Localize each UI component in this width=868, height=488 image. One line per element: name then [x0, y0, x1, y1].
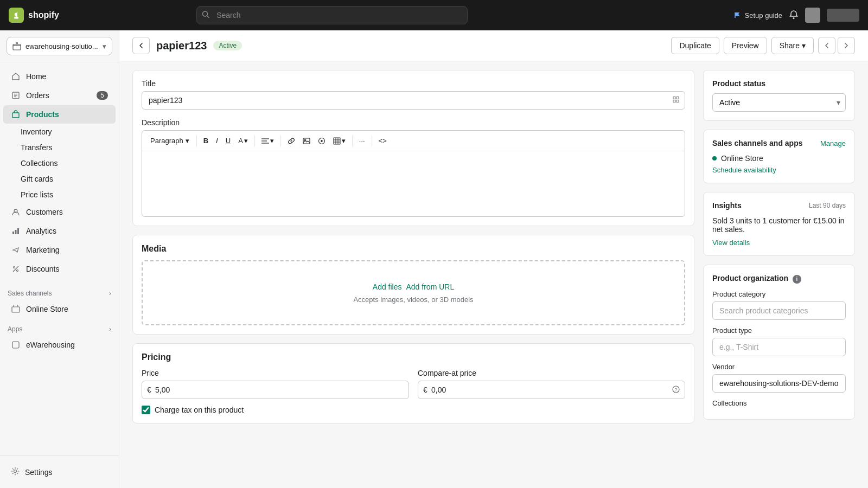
back-button[interactable]: [132, 37, 150, 54]
category-input[interactable]: [712, 301, 846, 320]
sidebar-item-online-store[interactable]: Online Store: [3, 300, 116, 318]
expand-icon: [672, 96, 680, 105]
link-icon: [288, 137, 295, 145]
sidebar-item-transfers[interactable]: Transfers: [21, 140, 116, 155]
shopify-logo: shopify: [9, 8, 59, 23]
discounts-label: Discounts: [26, 265, 59, 273]
svg-rect-11: [12, 113, 19, 118]
user-avatar[interactable]: [805, 8, 820, 23]
svg-rect-22: [673, 97, 675, 99]
app-icon: [11, 340, 21, 350]
svg-rect-29: [303, 138, 310, 144]
rte-table-button[interactable]: ▾: [330, 134, 349, 147]
rte-underline-button[interactable]: U: [222, 134, 234, 147]
sidebar-item-home[interactable]: Home: [3, 67, 116, 86]
share-chevron-icon: ▾: [802, 41, 806, 50]
product-org-card: Product organization i Product category …: [703, 265, 855, 420]
orders-label: Orders: [26, 91, 49, 100]
rte-align-button[interactable]: ▾: [258, 134, 277, 147]
add-from-url-link[interactable]: Add from URL: [406, 282, 455, 291]
rte-image-button[interactable]: [299, 135, 314, 147]
pricing-row: Price € Compare-at price €: [142, 369, 685, 399]
sidebar-item-orders[interactable]: Orders 5: [3, 86, 116, 105]
expand-icon[interactable]: ›: [109, 290, 111, 297]
store-switcher[interactable]: [827, 9, 859, 22]
category-label: Product category: [712, 290, 846, 298]
charge-tax-checkbox[interactable]: [142, 406, 150, 414]
sidebar-item-discounts[interactable]: Discounts: [3, 260, 116, 278]
rte-text-color-button[interactable]: A ▾: [235, 134, 251, 147]
page-header: papier123 Active Duplicate Preview Share…: [119, 30, 868, 61]
share-button[interactable]: Share ▾: [771, 37, 814, 54]
notifications-button[interactable]: [789, 10, 799, 21]
paragraph-label: Paragraph: [150, 137, 183, 145]
sidebar-item-inventory[interactable]: Inventory: [21, 124, 116, 139]
svg-rect-15: [17, 228, 19, 234]
sidebar-item-products[interactable]: Products: [3, 105, 116, 124]
home-label: Home: [26, 72, 46, 81]
toolbar-divider: [196, 136, 197, 146]
topbar-right: Setup guide: [734, 8, 859, 23]
apps-expand-icon[interactable]: ›: [109, 325, 111, 333]
svg-point-17: [17, 270, 18, 272]
store-icon: [12, 42, 21, 50]
compare-price-field: Compare-at price € ?: [418, 369, 685, 399]
compare-price-input[interactable]: [418, 381, 685, 399]
org-info-icon: i: [793, 275, 801, 284]
sidebar-item-analytics[interactable]: Analytics: [3, 222, 116, 240]
compare-price-label: Compare-at price: [418, 369, 685, 377]
rte-bold-button[interactable]: B: [200, 134, 212, 147]
compare-info-icon[interactable]: ?: [672, 386, 680, 395]
compare-price-input-wrap: € ?: [418, 381, 685, 399]
preview-button[interactable]: Preview: [724, 37, 767, 54]
rte-source-button[interactable]: <>: [375, 134, 390, 147]
rte-more-button[interactable]: ···: [356, 134, 368, 147]
product-status-select[interactable]: Active Draft Archived: [712, 93, 846, 112]
compare-currency: €: [423, 386, 427, 394]
insights-card: Insights Last 90 days Sold 3 units to 1 …: [703, 192, 855, 256]
description-label: Description: [142, 118, 685, 127]
manage-button[interactable]: Manage: [820, 139, 846, 147]
rte-content-area[interactable]: [142, 151, 685, 216]
main-nav: Home Orders 5 Products Inventory Transfe…: [0, 62, 119, 283]
sidebar-item-price-lists[interactable]: Price lists: [21, 187, 116, 202]
ewarehousing-label: eWarehousing: [26, 341, 75, 349]
prev-product-button[interactable]: [818, 37, 835, 54]
search-icon: [202, 11, 209, 20]
table-icon: [333, 137, 341, 145]
toolbar-divider-2: [254, 136, 255, 146]
sidebar-item-collections[interactable]: Collections: [21, 156, 116, 171]
price-input[interactable]: [142, 381, 409, 399]
svg-rect-14: [15, 230, 17, 234]
title-input[interactable]: [142, 91, 685, 110]
store-selector-button[interactable]: ewarehousing-solutio... ▾: [7, 37, 112, 55]
vendor-input[interactable]: [712, 374, 846, 393]
sidebar-item-marketing[interactable]: Marketing: [3, 241, 116, 259]
add-files-link[interactable]: Add files: [373, 282, 402, 291]
schedule-availability-link[interactable]: Schedule availability: [712, 166, 846, 174]
analytics-icon: [11, 226, 21, 236]
orders-badge: 5: [97, 91, 108, 100]
duplicate-button[interactable]: Duplicate: [671, 37, 719, 54]
type-input[interactable]: [712, 338, 846, 356]
next-product-button[interactable]: [838, 37, 855, 54]
sidebar-item-ewarehousing[interactable]: eWarehousing: [3, 336, 116, 354]
rte-link-button[interactable]: [284, 135, 298, 147]
sales-channels-section: Sales channels ›: [0, 283, 119, 299]
rte-video-button[interactable]: [315, 135, 329, 147]
product-status-select-wrap: Active Draft Archived: [712, 93, 846, 112]
search-input[interactable]: [196, 6, 468, 24]
sidebar-item-gift-cards[interactable]: Gift cards: [21, 171, 116, 187]
svg-rect-13: [12, 232, 14, 234]
topbar: shopify Setup guide: [0, 0, 868, 30]
setup-guide-button[interactable]: Setup guide: [734, 11, 782, 20]
apps-section: Apps ›: [0, 319, 119, 335]
sidebar-item-customers[interactable]: Customers: [3, 203, 116, 221]
rte-italic-button[interactable]: I: [213, 134, 221, 147]
view-details-link[interactable]: View details: [712, 239, 750, 247]
sales-channels-header: Sales channels and apps Manage: [712, 139, 846, 147]
rte-paragraph-select[interactable]: Paragraph ▾: [146, 134, 193, 147]
sidebar-item-settings[interactable]: Settings: [7, 463, 112, 481]
media-dropzone[interactable]: Add files Add from URL Accepts images, v…: [142, 260, 685, 325]
products-icon: [11, 110, 21, 119]
